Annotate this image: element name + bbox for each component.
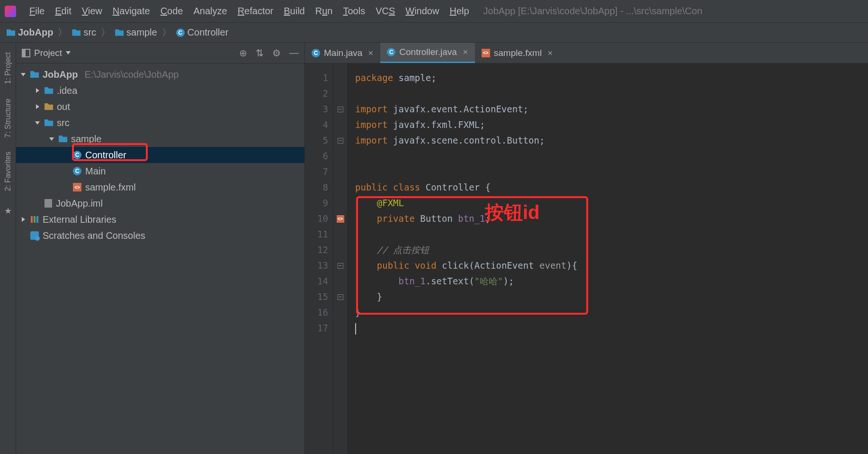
tree-item--idea[interactable]: .idea: [16, 82, 304, 99]
menu-file[interactable]: File: [29, 6, 45, 17]
code-line[interactable]: // 点击按钮: [355, 242, 577, 258]
tree-item-jobapp[interactable]: JobAppE:\Jarvis\code\JobApp: [16, 66, 304, 82]
editor-tab-controller-java[interactable]: Controller.java✕: [380, 43, 474, 63]
code-line[interactable]: [355, 227, 577, 242]
code-line[interactable]: btn_1.setText("哈哈");: [355, 273, 577, 289]
tree-item-sample-fxml[interactable]: sample.fxml: [16, 179, 304, 195]
menu-vcs[interactable]: VCS: [376, 6, 395, 17]
fxml-gutter-icon[interactable]: [337, 215, 344, 223]
menu-code[interactable]: Code: [161, 6, 183, 17]
editor-tab-sample-fxml[interactable]: sample.fxml✕: [475, 43, 560, 63]
tree-item-main[interactable]: Main: [16, 163, 304, 179]
crumb-sample[interactable]: sample: [115, 27, 157, 38]
tree-item-sample[interactable]: sample: [16, 131, 304, 147]
crumb-src[interactable]: src: [72, 27, 96, 38]
tree-arrow-icon[interactable]: [34, 88, 41, 93]
line-number: 4: [305, 117, 328, 133]
tool-tab-favorites[interactable]: 2: Favorites: [4, 152, 12, 191]
line-number: 11: [305, 227, 328, 242]
tool-tab-structure[interactable]: 7: Structure: [4, 99, 12, 138]
crumb-controller[interactable]: Controller: [176, 27, 229, 38]
tree-item-src[interactable]: src: [16, 115, 304, 131]
fold-close-icon[interactable]: −: [338, 294, 343, 300]
menu-analyze[interactable]: Analyze: [193, 6, 227, 17]
code-editor[interactable]: 1234567891011121314151617 −−−− package s…: [305, 64, 868, 454]
folder-icon: [45, 103, 53, 110]
line-number: 1: [305, 70, 328, 86]
minimize-icon[interactable]: —: [289, 47, 299, 59]
window-title: JobApp [E:\Jarvis\code\JobApp] - ...\src…: [483, 6, 702, 17]
code-line[interactable]: public class Controller {: [355, 180, 577, 195]
project-tool-window: Project ⊕ ⇅ ⚙ — JobAppE:\Jarvis\code\Job…: [16, 43, 305, 454]
menu-navigate[interactable]: Navigate: [113, 6, 150, 17]
locate-file-icon[interactable]: ⊕: [239, 47, 247, 59]
close-tab-icon[interactable]: ✕: [547, 49, 553, 57]
fxml-icon: [482, 49, 490, 57]
code-line[interactable]: }: [355, 289, 577, 305]
code-line[interactable]: [355, 148, 577, 164]
tree-arrow-icon[interactable]: [34, 121, 41, 125]
svg-rect-1: [34, 216, 36, 223]
collapse-all-icon[interactable]: ⇅: [256, 47, 264, 59]
class-icon: [312, 49, 320, 57]
code-line[interactable]: import javafx.scene.control.Button;: [355, 133, 577, 148]
code-line[interactable]: }: [355, 305, 577, 320]
tree-arrow-icon[interactable]: [48, 137, 55, 141]
editor-tab-main-java[interactable]: Main.java✕: [305, 43, 380, 63]
editor-area: Main.java✕Controller.java✕sample.fxml✕ 1…: [305, 43, 868, 454]
code-line[interactable]: private Button btn_1;: [355, 211, 577, 227]
library-icon: [30, 215, 39, 224]
gutter-mark: [333, 86, 347, 101]
code-line[interactable]: [355, 320, 577, 336]
project-view-icon: [22, 49, 30, 57]
tree-arrow-icon[interactable]: [20, 73, 27, 76]
folder-icon: [115, 29, 124, 36]
code-line[interactable]: @FXML: [355, 195, 577, 211]
code-line[interactable]: package sample;: [355, 70, 577, 86]
gutter-mark: −: [333, 258, 347, 273]
menu-help[interactable]: Help: [449, 6, 469, 17]
menu-run[interactable]: Run: [315, 6, 333, 17]
folder-icon: [30, 71, 39, 78]
tree-label: src: [57, 118, 70, 128]
menu-tools[interactable]: Tools: [343, 6, 365, 17]
tree-item-external-libraries[interactable]: External Libraries: [16, 211, 304, 227]
tree-label: Controller: [85, 150, 126, 161]
tree-item-controller[interactable]: Controller: [16, 147, 304, 163]
fxml-icon: [73, 183, 81, 191]
crumb-jobapp[interactable]: JobApp: [7, 27, 53, 38]
tree-label: out: [57, 101, 70, 112]
line-number: 5: [305, 133, 328, 148]
settings-gear-icon[interactable]: ⚙: [272, 47, 281, 59]
tree-arrow-icon[interactable]: [34, 104, 41, 109]
tree-item-scratches-and-consoles[interactable]: Scratches and Consoles: [16, 227, 304, 244]
tree-item-jobapp-iml[interactable]: JobApp.iml: [16, 195, 304, 211]
fold-close-icon[interactable]: −: [338, 138, 343, 144]
menu-view[interactable]: View: [82, 6, 102, 17]
code-content[interactable]: package sample; import javafx.event.Acti…: [348, 64, 577, 454]
tree-item-out[interactable]: out: [16, 99, 304, 115]
project-tree[interactable]: JobAppE:\Jarvis\code\JobApp.ideaoutsrcsa…: [16, 64, 304, 246]
tree-arrow-icon[interactable]: [20, 217, 27, 222]
code-line[interactable]: import javafx.event.ActionEvent;: [355, 101, 577, 117]
close-tab-icon[interactable]: ✕: [463, 48, 468, 56]
menu-build[interactable]: Build: [284, 6, 304, 17]
code-line[interactable]: [355, 86, 577, 101]
app-logo-icon: [5, 6, 16, 17]
gutter-mark: [333, 320, 347, 336]
menu-edit[interactable]: Edit: [55, 6, 71, 17]
project-dropdown[interactable]: Project: [22, 48, 71, 58]
class-icon: [387, 48, 395, 56]
menu-window[interactable]: Window: [405, 6, 439, 17]
code-line[interactable]: import javafx.fxml.FXML;: [355, 117, 577, 133]
code-line[interactable]: [355, 164, 577, 180]
tree-label: sample.fxml: [85, 182, 136, 193]
line-number: 16: [305, 305, 328, 320]
fold-open-icon[interactable]: −: [338, 107, 343, 112]
breadcrumb-separator-icon: 〉: [162, 26, 171, 39]
menu-refactor[interactable]: Refactor: [238, 6, 274, 17]
code-line[interactable]: public void click(ActionEvent event){: [355, 258, 577, 273]
fold-open-icon[interactable]: −: [338, 263, 343, 269]
close-tab-icon[interactable]: ✕: [368, 49, 374, 57]
tool-tab-project[interactable]: 1: Project: [4, 52, 12, 84]
